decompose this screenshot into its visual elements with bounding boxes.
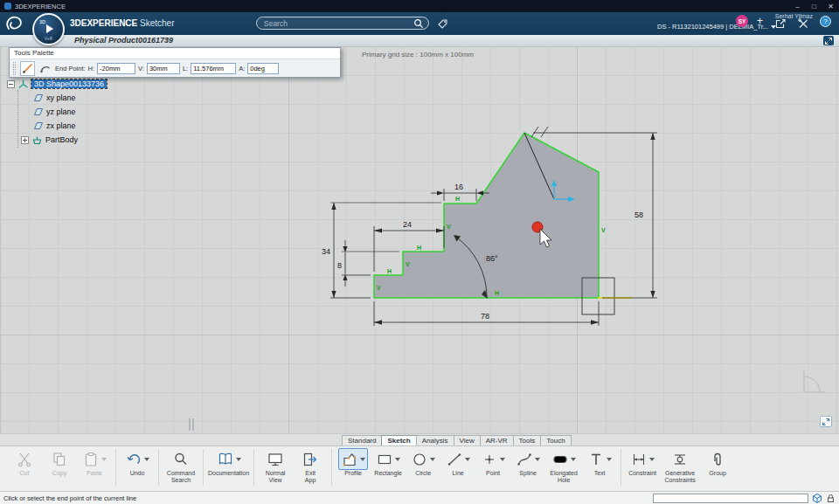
- toolbar-item-command-search[interactable]: Command Search: [163, 448, 198, 484]
- toolbar-separator: [158, 449, 159, 486]
- toolbar-item-rectangle[interactable]: Rectangle: [371, 448, 405, 477]
- app-name: Sketcher: [140, 18, 174, 28]
- toolbar-item-profile[interactable]: Profile: [336, 448, 370, 477]
- expand-expander-icon[interactable]: [21, 136, 29, 144]
- line-tool-button[interactable]: [20, 61, 35, 76]
- tree-item-xy-plane[interactable]: xy plane: [7, 92, 107, 104]
- toolbar-item-exit-app[interactable]: Exit App: [294, 448, 327, 484]
- toolbar-item-line[interactable]: Line: [441, 448, 475, 477]
- 3d-compass[interactable]: 3D V+R: [32, 13, 65, 45]
- collapse-expander-icon[interactable]: [7, 80, 15, 88]
- dropdown-caret-icon[interactable]: [430, 458, 435, 461]
- share-icon[interactable]: [774, 17, 787, 30]
- toolbar-item-normal-view[interactable]: Normal View: [259, 448, 292, 484]
- close-button[interactable]: ✕: [822, 3, 839, 10]
- status-input[interactable]: [653, 494, 808, 503]
- tree-item-label[interactable]: yz plane: [46, 107, 76, 116]
- toolbar-item-point[interactable]: Point: [476, 448, 510, 477]
- dropdown-caret-icon[interactable]: [607, 458, 612, 461]
- exit-app-icon: [302, 451, 319, 468]
- lock-icon[interactable]: [826, 494, 836, 503]
- search-bar[interactable]: [256, 17, 429, 30]
- elongated-hole-icon: [551, 451, 569, 468]
- product-tab[interactable]: Physical Product00161739: [74, 36, 173, 45]
- svg-text:H: H: [417, 245, 421, 251]
- tools-icon[interactable]: [797, 17, 809, 30]
- tree-item-yz-plane[interactable]: yz plane: [7, 106, 107, 118]
- toolbar-item-constraint[interactable]: Constraint: [626, 448, 659, 477]
- dropdown-caret-icon[interactable]: [144, 458, 149, 461]
- toolbar-item-circle[interactable]: Circle: [406, 448, 440, 477]
- toolbar-item-documentation[interactable]: Documentation: [208, 448, 249, 477]
- v-field-input[interactable]: [147, 63, 180, 74]
- toolbar-item-spline[interactable]: Spline: [511, 448, 544, 477]
- compass-3d-label: 3D: [39, 19, 45, 24]
- sketch-geometry: 78 58 34: [0, 46, 839, 433]
- new-tab-button[interactable]: +: [164, 36, 169, 45]
- dropdown-caret-icon[interactable]: [236, 458, 241, 461]
- toolbar-item-elongated-hole[interactable]: Elongated Hole: [546, 448, 581, 484]
- toolbar-item-group[interactable]: Group: [701, 448, 734, 477]
- cube-3d-icon[interactable]: [812, 493, 822, 504]
- tree-item-3d-shape[interactable]: 3D Shape00133736: [7, 78, 107, 90]
- a-field-input[interactable]: [247, 63, 279, 74]
- toolbar-item-generative-constraints[interactable]: Generative Constraints: [661, 448, 699, 484]
- maximize-button[interactable]: □: [806, 3, 822, 10]
- shape-axes-icon: [17, 79, 29, 90]
- tree-item-label[interactable]: 3D Shape00133736: [31, 79, 107, 88]
- svg-text:H: H: [455, 196, 460, 202]
- toolbar-section-tabs: Standard Sketch Analysis View AR-VR Tool…: [0, 433, 839, 445]
- window-titlebar: 3DEXPERIENCE – □ ✕: [0, 0, 839, 12]
- toolbar-item-undo[interactable]: Undo: [121, 448, 154, 477]
- h-field-input[interactable]: [97, 63, 135, 74]
- minimize-button[interactable]: –: [789, 3, 806, 10]
- toolbar-item-paste[interactable]: Paste: [78, 448, 111, 477]
- arc-tool-button[interactable]: [38, 61, 52, 76]
- tree-item-label[interactable]: PartBody: [45, 135, 78, 144]
- dropdown-caret-icon[interactable]: [360, 458, 365, 461]
- app-window: 3DEXPERIENCE – □ ✕ 3DEXPERIENCE Sketcher…: [0, 0, 839, 504]
- avatar[interactable]: SY: [736, 15, 748, 27]
- sketch-profile[interactable]: [374, 133, 599, 298]
- constraint-icon: [630, 451, 648, 468]
- search-input[interactable]: [257, 19, 413, 28]
- tree-item-zx-plane[interactable]: zx plane: [7, 120, 107, 132]
- dropdown-caret-icon[interactable]: [535, 458, 540, 461]
- cut-icon: [16, 451, 33, 468]
- dropdown-caret-icon[interactable]: [649, 458, 655, 461]
- search-icon[interactable]: [413, 18, 424, 29]
- plane-axis-hint: [804, 369, 825, 392]
- dropdown-caret-icon[interactable]: [101, 458, 107, 461]
- status-bar: Click or select the end point of the cur…: [0, 491, 839, 504]
- dropdown-caret-icon[interactable]: [571, 458, 576, 461]
- tools-palette-title[interactable]: Tools Palette: [10, 48, 340, 59]
- help-button[interactable]: ?: [820, 16, 831, 27]
- tools-palette[interactable]: Tools Palette End Point: H:: [9, 47, 341, 78]
- toolbar-item-cut[interactable]: Cut: [8, 448, 41, 477]
- dimension-bottom-width[interactable]: 78: [374, 301, 599, 326]
- add-content-button[interactable]: +: [757, 16, 763, 26]
- svg-text:H: H: [495, 290, 499, 296]
- svg-text:V: V: [406, 261, 410, 267]
- toolbar-separator: [203, 449, 204, 486]
- palette-drag-handle[interactable]: [13, 62, 16, 75]
- toolbar-item-text[interactable]: Text: [583, 448, 616, 477]
- toolbar-separator: [115, 449, 116, 486]
- group-icon: [709, 451, 726, 468]
- toolbar-item-copy[interactable]: Copy: [43, 448, 76, 477]
- canvas-expand-button[interactable]: [820, 416, 832, 427]
- undo-icon: [125, 451, 142, 468]
- dropdown-caret-icon[interactable]: [395, 458, 400, 461]
- tree-item-partbody[interactable]: PartBody: [7, 134, 107, 146]
- tag-icon[interactable]: [437, 18, 448, 30]
- dropdown-caret-icon[interactable]: [465, 458, 470, 461]
- action-bar: Cut Copy Paste Undo Command Search Docum…: [0, 445, 839, 491]
- svg-text:58: 58: [634, 211, 643, 219]
- tree-item-label[interactable]: xy plane: [46, 93, 76, 102]
- dropdown-caret-icon[interactable]: [500, 458, 505, 461]
- l-field-input[interactable]: [191, 63, 236, 74]
- tree-item-label[interactable]: zx plane: [46, 121, 76, 130]
- sketch-canvas[interactable]: Primary grid size : 100mm x 100mm: [0, 46, 839, 433]
- svg-text:V: V: [601, 227, 606, 233]
- expand-view-button[interactable]: [823, 36, 834, 45]
